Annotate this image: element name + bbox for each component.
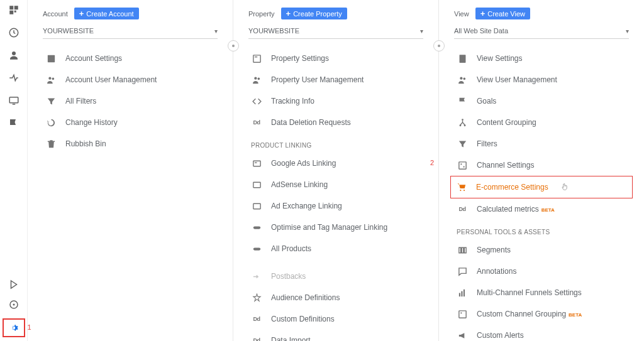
conversions-icon[interactable] (8, 117, 20, 129)
admin-gear-highlight: 1 (3, 318, 25, 337)
admin-gear-icon[interactable] (8, 322, 20, 334)
change-history-item[interactable]: Change History (43, 112, 218, 133)
adsense-icon (251, 179, 262, 190)
svg-rect-21 (253, 226, 260, 229)
account-settings-item[interactable]: Account Settings (43, 48, 218, 69)
svg-point-16 (257, 77, 260, 80)
property-column: Property +Create Property YOURWEBSITE▾ P… (233, 0, 439, 341)
mcf-settings-item[interactable]: Multi-Channel Funnels Settings (454, 282, 629, 303)
dd-icon: Dd (251, 313, 262, 325)
users-icon (45, 74, 57, 85)
account-user-mgmt-item[interactable]: Account User Management (43, 69, 218, 90)
acquisition-icon[interactable] (8, 72, 20, 84)
property-user-mgmt-item[interactable]: Property User Management (248, 69, 423, 90)
svg-point-11 (48, 77, 51, 79)
dd-icon: Dd (457, 203, 468, 215)
annotation-1: 1 (27, 323, 31, 331)
tracking-info-item[interactable]: Tracking Info (248, 90, 423, 112)
svg-rect-20 (253, 203, 260, 209)
view-user-mgmt-item[interactable]: View User Management (454, 69, 629, 90)
ecommerce-settings-item[interactable]: E-commerce Settings (453, 180, 630, 194)
data-deletion-item[interactable]: Dd Data Deletion Requests (248, 112, 423, 133)
postbacks-item[interactable]: Postbacks (248, 266, 423, 287)
svg-point-28 (464, 124, 465, 126)
channel-icon (457, 308, 468, 320)
all-filters-item[interactable]: All Filters (43, 90, 218, 112)
svg-point-25 (463, 77, 465, 80)
view-selector[interactable]: All Web Site Data▾ (454, 24, 629, 39)
create-account-button[interactable]: +Create Account (74, 8, 139, 19)
svg-rect-14 (254, 56, 257, 57)
annotation-2: 2 (430, 159, 434, 166)
custom-channel-grouping-item[interactable]: Custom Channel GroupingBETA (454, 303, 629, 325)
filter-icon (45, 95, 57, 107)
trash-icon (45, 138, 57, 149)
property-settings-item[interactable]: Property Settings (248, 48, 423, 69)
svg-rect-29 (458, 161, 465, 168)
plus-icon: + (286, 9, 291, 18)
link-icon (251, 222, 262, 233)
goals-item[interactable]: Goals (454, 90, 629, 112)
audience-definitions-item[interactable]: Audience Definitions (248, 287, 423, 308)
channel-icon (457, 160, 468, 171)
annotations-item[interactable]: Annotations (454, 261, 629, 282)
product-linking-header: PRODUCT LINKING (248, 133, 423, 153)
segments-item[interactable]: Segments (454, 239, 629, 261)
svg-point-36 (460, 312, 462, 313)
custom-definitions-item[interactable]: Dd Custom Definitions (248, 308, 423, 330)
create-view-button[interactable]: +Create View (475, 8, 530, 19)
view-settings-item[interactable]: View Settings (454, 48, 629, 69)
behaviour-icon[interactable] (8, 94, 20, 107)
account-column: Account +Create Account YOURWEBSITE▾ Acc… (28, 0, 233, 341)
svg-point-26 (462, 119, 464, 121)
svg-rect-33 (461, 291, 462, 296)
account-selector[interactable]: YOURWEBSITE▾ (43, 24, 218, 39)
chevron-down-icon: ▾ (420, 28, 423, 35)
calculated-metrics-item[interactable]: Dd Calculated metricsBETA (454, 198, 629, 220)
ad-exchange-linking-item[interactable]: Ad Exchange Linking (248, 195, 423, 217)
svg-rect-35 (458, 310, 465, 317)
cart-icon (456, 181, 467, 193)
ads-icon (251, 158, 262, 169)
postbacks-icon (251, 271, 262, 282)
filters-item[interactable]: Filters (454, 133, 629, 154)
filter-icon (457, 138, 468, 149)
google-ads-linking-item[interactable]: Google Ads Linking (248, 153, 423, 174)
plus-icon: + (480, 9, 486, 18)
adsense-linking-item[interactable]: AdSense Linking (248, 174, 423, 195)
svg-rect-2 (9, 11, 13, 14)
property-selector[interactable]: YOURWEBSITE▾ (248, 24, 423, 39)
settings-page-icon (457, 53, 468, 64)
svg-rect-6 (9, 97, 18, 103)
data-import-item[interactable]: Dd Data Import (248, 330, 423, 341)
create-property-button[interactable]: +Create Property (281, 8, 347, 19)
svg-rect-13 (253, 55, 260, 62)
svg-rect-34 (463, 289, 464, 296)
rubbish-bin-item[interactable]: Rubbish Bin (43, 133, 218, 154)
svg-point-24 (460, 77, 462, 79)
cursor-hand-icon (561, 182, 569, 192)
discover-icon[interactable] (8, 298, 20, 311)
plus-icon: + (79, 9, 84, 18)
adexchange-icon (251, 200, 262, 212)
settings-page-icon (251, 53, 262, 64)
svg-rect-0 (9, 6, 13, 9)
channel-settings-item[interactable]: Channel Settings (454, 154, 629, 176)
svg-point-12 (52, 77, 54, 80)
segments-icon (457, 244, 468, 256)
history-icon (45, 117, 57, 128)
clock-icon[interactable] (8, 26, 20, 39)
all-products-item[interactable]: All Products (248, 238, 423, 259)
svg-point-30 (460, 163, 462, 165)
content-grouping-item[interactable]: Content Grouping (454, 112, 629, 133)
user-icon[interactable] (8, 49, 20, 62)
chevron-down-icon: ▾ (626, 28, 629, 35)
column-label-account: Account (43, 10, 68, 18)
svg-rect-23 (459, 55, 465, 63)
optimise-linking-item[interactable]: Optimise and Tag Manager Linking (248, 217, 423, 238)
home-icon[interactable] (8, 4, 20, 16)
custom-alerts-item[interactable]: Custom Alerts (454, 325, 629, 341)
attribution-icon[interactable] (8, 278, 20, 291)
svg-point-31 (463, 166, 464, 167)
dd-icon: Dd (251, 117, 262, 128)
